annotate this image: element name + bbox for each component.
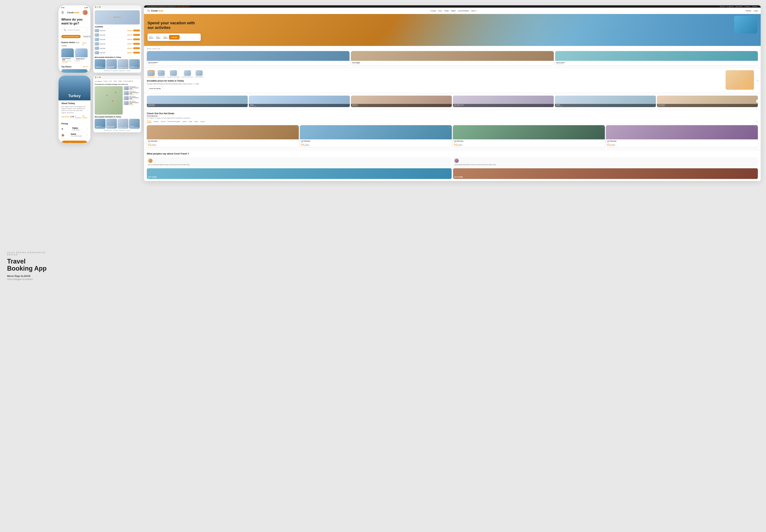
cat-tab-best[interactable]: Best Promotions bbox=[147, 70, 155, 77]
family-label-bar: FAMILY Hotels In Turkey bbox=[249, 104, 255, 107]
tab-spain[interactable]: Spain bbox=[189, 121, 192, 122]
expedia-logo-2: Expedia bbox=[113, 130, 118, 131]
dest-cards: Modern and traditional Together Magic ch… bbox=[95, 59, 140, 69]
dest-card-1[interactable]: Modern and traditional Together bbox=[95, 59, 106, 69]
dest-label-2: Magic chimneys beyond dream bbox=[107, 66, 117, 68]
dest-card-3[interactable]: Tourism of Capital bbox=[118, 59, 128, 69]
hamburger-icon[interactable]: ☰ bbox=[61, 11, 64, 14]
top-place-card[interactable]: Al Gocana ♡ bbox=[61, 69, 88, 73]
map-list-item-1[interactable]: The Land of Legends Kingdom Hotel 1258.9… bbox=[124, 86, 140, 90]
tab-jordan[interactable]: Jordan bbox=[182, 121, 187, 122]
nav-country[interactable]: Country bbox=[103, 81, 108, 82]
hotel-card-name-2: Xanadu Resort bbox=[76, 58, 87, 59]
tab-vietnam[interactable]: Vietnam bbox=[154, 121, 159, 122]
book-btn-6[interactable]: Book now bbox=[133, 52, 140, 54]
dest-card-2-3[interactable]: Tourism of Capital bbox=[118, 119, 128, 129]
search-bar[interactable]: 🔍 Search Places bbox=[61, 27, 88, 32]
hot-deals-subtitle: So magical, so unique: not only sights b… bbox=[147, 117, 255, 119]
hotel-pricing-item[interactable]: 🏨 Hotels from $199/night › bbox=[61, 132, 88, 138]
tab-turkey[interactable]: Turkey bbox=[147, 120, 151, 123]
hotel-card-2[interactable]: Xanadu Resort Night06/08/2019 from $... bbox=[75, 48, 88, 63]
hotel-card-1[interactable]: Xanadu Resort Hotel 7 Night · 06/08/2019… bbox=[61, 48, 74, 63]
cat-tab-other[interactable]: Other Promotions bbox=[195, 70, 203, 77]
book-btn-2[interactable]: Book now bbox=[133, 34, 140, 36]
back-arrow-icon[interactable]: ← bbox=[61, 78, 63, 81]
popular-card-1[interactable]: Trip To Scotland 9 people going bbox=[147, 51, 255, 65]
tab-dominican[interactable]: Dominican Republic bbox=[168, 121, 180, 122]
hotel-cat-family[interactable]: FAMILY Hotels In Turkey bbox=[249, 96, 255, 107]
desktop-column: ★★★★☆ Availability King Suite 1258.99 € … bbox=[93, 5, 141, 142]
map-item-info-2: The Land of Legends Kingdom Hotel 1258.9… bbox=[129, 91, 140, 95]
avatar[interactable] bbox=[83, 10, 88, 15]
hotel-cat-honeymoon[interactable]: HONEYMOON Hotels In Turkey bbox=[147, 96, 248, 107]
expedia-logo: Expedia bbox=[113, 70, 118, 71]
booking-logo-2: Booking.com bbox=[104, 130, 112, 131]
honeymoon-sublabel: Hotels In Turkey bbox=[148, 106, 247, 107]
category-tabs: Best Promotions Hotel Promotions Promoti… bbox=[147, 70, 255, 77]
map-area[interactable]: 📍 📍 📍 bbox=[95, 86, 123, 115]
dest-card-2-4[interactable]: The most prominent features bbox=[129, 119, 140, 129]
hotel-card-price-1: from $199 bbox=[62, 62, 73, 63]
avail-price-5: 1258.99 € bbox=[127, 48, 132, 49]
nav-acc[interactable]: Accommodations bbox=[123, 81, 133, 82]
flight-pricing-item[interactable]: ✈ Flights from $199 › bbox=[61, 126, 88, 132]
dest-label-2-1: Modern and traditional Together bbox=[95, 126, 106, 128]
deals-tabs: Turkey Vietnam Greece Dominican Republic… bbox=[147, 120, 255, 124]
popular-card-title-1: Trip To Scotland bbox=[148, 62, 255, 63]
plan-trip-button[interactable]: Plan trip → bbox=[61, 141, 88, 142]
book-btn-1[interactable]: Book now bbox=[133, 30, 140, 31]
nav-hotels[interactable]: Hotels bbox=[113, 81, 117, 82]
deal-card-1[interactable]: ♡ LUX* Belle Mare LUX* €142 / starting 📍… bbox=[147, 125, 255, 142]
notification-bar: Coral support team will assist you in ch… bbox=[144, 5, 255, 8]
cat-tab-dest[interactable]: Promotions by destinations bbox=[167, 70, 180, 77]
guest-search-item[interactable]: Guest Select bbox=[163, 36, 168, 39]
desk-content-2: Coraltravel Country Tours Hotels Flights… bbox=[93, 79, 141, 132]
book-btn-3[interactable]: Book now bbox=[133, 38, 140, 40]
dest-card-4[interactable]: The most prominent features bbox=[129, 59, 140, 69]
nav-tours[interactable]: Tours bbox=[109, 81, 112, 82]
map-item-info-1: The Land of Legends Kingdom Hotel 1258.9… bbox=[129, 86, 140, 90]
cat-tab-label-dest: Promotions by destinations bbox=[167, 76, 180, 77]
map-list-item-4[interactable]: The Land of Legends Kingdom Hotel 1258.9… bbox=[124, 101, 140, 105]
browser-mockup-2: Coraltravel Country Tours Hotels Flights… bbox=[93, 76, 141, 132]
cat-tab-coral[interactable]: Coral Bonus Promotions bbox=[182, 70, 193, 77]
hotel-arrow-icon: › bbox=[87, 134, 88, 136]
book-btn-5[interactable]: Book now bbox=[133, 47, 140, 49]
map-list-item-3[interactable]: The Land of Legends Kingdom Hotel 1258.9… bbox=[124, 96, 140, 100]
where-value: Select bbox=[149, 37, 153, 39]
deal-info-1: LUX* Belle Mare LUX* €142 / starting 📍 U… bbox=[147, 139, 255, 142]
filter-family[interactable]: Family Club bbox=[82, 35, 90, 38]
tab-greece[interactable]: Greece bbox=[161, 121, 165, 122]
review-link[interactable]: See reviews bbox=[82, 115, 88, 119]
when-search-item[interactable]: When Select bbox=[156, 36, 160, 39]
map-list-item-2[interactable]: The Land of Legends Kingdom Hotel 1258.9… bbox=[124, 91, 140, 95]
coral-travel-small: travel bbox=[98, 81, 102, 82]
tab-cyprus[interactable]: Cyprus bbox=[200, 121, 205, 122]
dest-card-2-2[interactable]: Magic chimneys beyond dream bbox=[106, 119, 117, 129]
book-btn-4[interactable]: Book now bbox=[133, 43, 140, 45]
explore-section: Explore Hotels from Turkey Close All Xan… bbox=[59, 39, 90, 65]
phone-mockup-2: ← Turkey About Turkey Blue Lagoon Drive … bbox=[59, 76, 90, 142]
avail-name-3: King Suite bbox=[100, 39, 126, 40]
coral-logo[interactable]: 🐚 Coraltravel bbox=[147, 9, 163, 12]
avail-price-1: 1258.99 € bbox=[127, 30, 132, 31]
flight-price: from $199 bbox=[72, 129, 80, 131]
tab-spain2[interactable]: Spain bbox=[195, 121, 198, 122]
see-all-link[interactable]: Close All bbox=[82, 42, 88, 46]
hotel-card-price-2: from $... bbox=[76, 60, 87, 62]
browser-mockup-1: ★★★★☆ Availability King Suite 1258.99 € … bbox=[93, 5, 141, 73]
dest-card-2-1[interactable]: Modern and traditional Together bbox=[95, 119, 106, 129]
map-item-price-4: 1258.99 € bbox=[129, 104, 140, 105]
nav-flights[interactable]: Flights bbox=[118, 81, 122, 82]
where-search-item[interactable]: Where Select bbox=[149, 36, 153, 39]
lets-go-button[interactable]: Lets go bbox=[169, 35, 180, 40]
check-details-button[interactable]: Check the details bbox=[147, 87, 163, 91]
filter-recommended[interactable]: Recommended Hotels bbox=[61, 35, 81, 38]
top-places-see-all[interactable]: See All bbox=[83, 66, 88, 68]
cat-tab-hotel[interactable]: Hotel Promotions bbox=[157, 70, 165, 77]
dest-cards-2: Modern and traditional Together Magic ch… bbox=[95, 119, 140, 129]
dest-card-2[interactable]: Magic chimneys beyond dream bbox=[106, 59, 117, 69]
hotel-card-img-2 bbox=[75, 48, 88, 57]
avail-name-5: King Suite bbox=[100, 48, 126, 49]
hotel-label: Hotels bbox=[71, 133, 82, 135]
